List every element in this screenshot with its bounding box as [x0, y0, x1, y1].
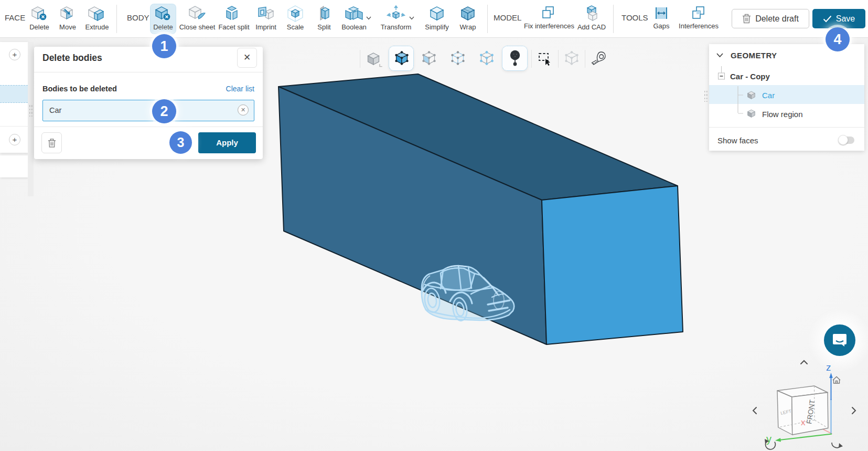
svg-text:x: x [801, 417, 806, 427]
svg-text:z: z [826, 362, 831, 373]
svg-text:y: y [766, 433, 771, 445]
